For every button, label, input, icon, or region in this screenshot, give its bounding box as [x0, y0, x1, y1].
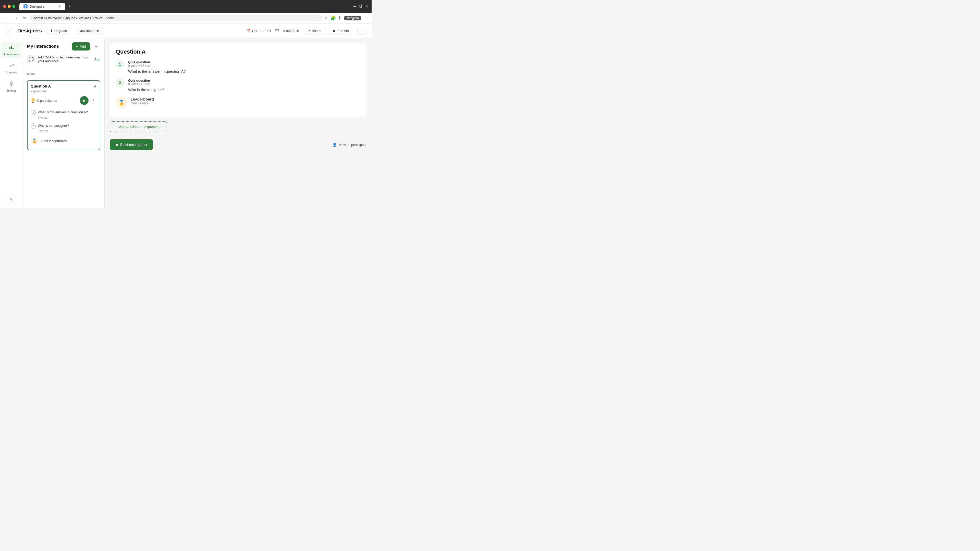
- top-bar: ← Designers ⬆ Upgrade New interface 📅 Oc…: [0, 24, 372, 38]
- hash-info: # 8664816: [283, 29, 299, 33]
- share-icon: ↗: [307, 29, 310, 33]
- add-question-button[interactable]: + Add another quiz question: [110, 121, 167, 132]
- quiz-text-1: What is the answer in question A?: [128, 69, 360, 73]
- participants-count: 0 participants: [37, 99, 57, 103]
- question-text-1: What is the answer in question A?: [38, 110, 88, 114]
- browser-tabs: S Designers ✕ +: [19, 3, 352, 10]
- qa-icon: 💬: [27, 55, 35, 63]
- leaderboard-section-subtitle: Quiz results: [130, 101, 154, 105]
- interactions-panel: My interactions + Add « 💬 Add Q&A to col…: [23, 38, 105, 208]
- question-text-2: Who is the designer?: [38, 124, 69, 128]
- view-participant-button[interactable]: 👤 View as participant: [332, 143, 366, 147]
- card-subtitle: 2 questions: [30, 89, 97, 93]
- card-stats: 🏆 0 participants ▶ ⋮: [30, 96, 97, 105]
- close-window-icon[interactable]: ✕: [365, 4, 369, 9]
- new-interface-label: New interface: [79, 29, 99, 33]
- nav-sidebar: Interactions Analytics Settings: [0, 38, 23, 208]
- qa-text: Add Q&A to collect questions from your a…: [38, 56, 92, 63]
- nav-actions: ☆ 🧩 ⬇ Incognito ⋮: [324, 15, 369, 21]
- qa-item[interactable]: 💬 Add Q&A to collect questions from your…: [23, 52, 104, 66]
- interactions-icon: [9, 45, 14, 52]
- settings-label: Settings: [6, 89, 17, 92]
- play-button[interactable]: ▶: [80, 96, 89, 105]
- leaderboard-info: Leaderboard Quiz results: [130, 97, 154, 105]
- shield-icon: 🛡: [275, 29, 279, 33]
- back-nav-button[interactable]: ←: [3, 15, 10, 21]
- sidebar-item-analytics[interactable]: Analytics: [1, 60, 22, 76]
- question-item-2[interactable]: 2 Who is the designer? 0 votes: [30, 121, 97, 135]
- svg-point-3: [11, 83, 12, 85]
- leaderboard-section[interactable]: 🏅 Leaderboard Quiz results: [116, 97, 360, 108]
- leaderboard-text: Final leaderboard: [41, 139, 67, 143]
- upgrade-button[interactable]: ⬆ Upgrade: [46, 27, 71, 35]
- browser-traffic-lights: [3, 5, 15, 8]
- forward-nav-button[interactable]: →: [12, 15, 19, 21]
- extension-icon[interactable]: 🧩: [330, 15, 336, 21]
- card-more-options[interactable]: ⋮: [91, 97, 97, 104]
- question-number-2: 2: [30, 124, 36, 129]
- help-button[interactable]: ?: [7, 195, 16, 204]
- date-info: 📅 Oct 11, 2024: [247, 29, 271, 33]
- present-button[interactable]: ▶ Present: [329, 27, 353, 35]
- qa-add-button[interactable]: Add: [94, 57, 100, 61]
- share-button[interactable]: ↗ Share: [303, 27, 325, 35]
- collapse-panel-button[interactable]: «: [92, 42, 100, 51]
- add-button[interactable]: + Add: [72, 42, 90, 51]
- upgrade-icon: ⬆: [50, 29, 53, 33]
- top-bar-right: 📅 Oct 11, 2024 🛡 # 8664816 ↗ Share ▶ Pre…: [247, 27, 366, 35]
- start-interaction-button[interactable]: ▶ Start interaction: [110, 139, 153, 150]
- restore-window-icon[interactable]: ⧉: [360, 4, 362, 9]
- quiz-meta-2: 0 votes • 15 sec: [128, 83, 360, 86]
- present-label: Present: [337, 29, 349, 33]
- sidebar-item-interactions[interactable]: Interactions: [1, 42, 22, 59]
- svg-rect-0: [10, 47, 11, 49]
- qa-title: Add Q&A to collect questions from your a…: [38, 56, 92, 63]
- date-label: Oct 11, 2024: [252, 29, 271, 33]
- active-tab[interactable]: S Designers ✕: [19, 3, 65, 10]
- person-icon: 👤: [332, 143, 337, 147]
- download-icon[interactable]: ⬇: [338, 15, 342, 21]
- panel-header: My interactions + Add «: [23, 38, 104, 52]
- content-panel: Question A 1 Quiz question 0 votes • 15 …: [105, 38, 372, 208]
- quiz-details-1: Quiz question 0 votes • 15 sec What is t…: [128, 60, 360, 73]
- incognito-badge: Incognito: [344, 16, 361, 21]
- app-container: ← Designers ⬆ Upgrade New interface 📅 Oc…: [0, 24, 372, 208]
- sidebar-item-settings[interactable]: Settings: [1, 79, 22, 95]
- card-collapse-button[interactable]: ∧: [94, 84, 97, 89]
- leaderboard-section-title: Leaderboard: [130, 97, 154, 101]
- url-bar[interactable]: [30, 15, 322, 21]
- quiz-question-item-2[interactable]: 2 Quiz question 0 votes • 15 sec Who is …: [116, 79, 360, 92]
- tab-close-button[interactable]: ✕: [58, 4, 61, 8]
- bookmark-icon[interactable]: ☆: [324, 15, 328, 21]
- question-votes-2: 0 votes: [38, 129, 97, 133]
- more-options-button[interactable]: ⋯: [357, 27, 366, 35]
- divider: [23, 68, 104, 68]
- more-nav-icon[interactable]: ⋮: [363, 15, 369, 21]
- quiz-type-2: Quiz question: [128, 79, 360, 83]
- tab-title: Designers: [30, 5, 45, 8]
- svg-rect-2: [13, 48, 14, 49]
- help-label: ?: [10, 197, 13, 202]
- refresh-nav-button[interactable]: ↻: [21, 14, 28, 21]
- polls-section: Polls: [23, 70, 104, 80]
- question-item-1[interactable]: 1 What is the answer in question A? 0 vo…: [30, 108, 97, 121]
- quiz-question-item-1[interactable]: 1 Quiz question 0 votes • 15 sec What is…: [116, 60, 360, 73]
- tab-favicon: S: [24, 4, 27, 8]
- back-button[interactable]: ←: [5, 27, 13, 35]
- share-label: Share: [312, 29, 321, 33]
- close-dot[interactable]: [3, 5, 6, 8]
- add-label: Add: [80, 44, 86, 48]
- settings-icon: [9, 81, 14, 88]
- analytics-label: Analytics: [6, 71, 17, 74]
- browser-chrome: S Designers ✕ + ─ ⧉ ✕: [0, 0, 372, 13]
- card-header: Question A ∧: [30, 84, 97, 89]
- new-interface-button[interactable]: New interface: [75, 27, 103, 35]
- minimize-window-icon[interactable]: ─: [353, 4, 356, 9]
- question-votes-1: 0 votes: [38, 116, 97, 119]
- question-row-1: 1 What is the answer in question A?: [30, 110, 97, 115]
- question-card[interactable]: Question A ∧ 2 questions 🏆 0 participant…: [27, 80, 100, 150]
- leaderboard-item[interactable]: 🏅 Final leaderboard: [30, 135, 97, 147]
- minimize-dot[interactable]: [8, 5, 11, 8]
- new-tab-button[interactable]: +: [66, 3, 73, 10]
- maximize-dot[interactable]: [12, 5, 15, 8]
